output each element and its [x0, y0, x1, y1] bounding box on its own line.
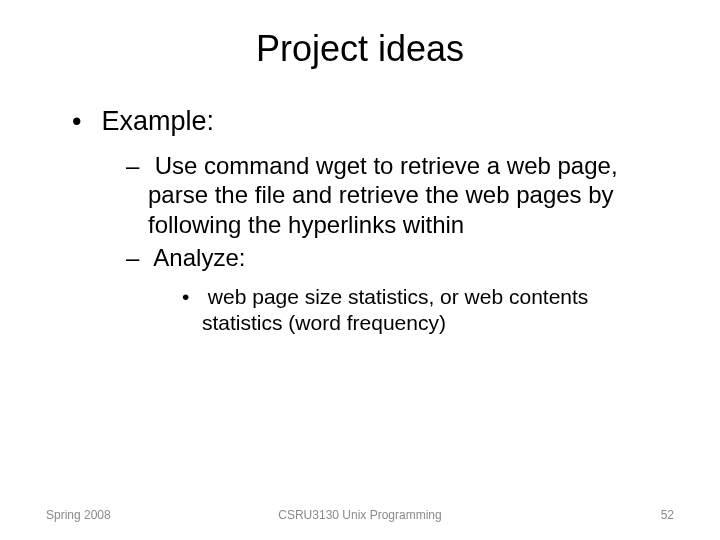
- footer-page-number: 52: [465, 508, 674, 522]
- bullet-l2-a-text: Use command wget to retrieve a web page,…: [148, 152, 618, 238]
- bullet-list-l2: Use command wget to retrieve a web page,…: [94, 151, 660, 335]
- bullet-list: Example: Use command wget to retrieve a …: [60, 106, 660, 335]
- bullet-list-l3: web page size statistics, or web content…: [148, 284, 660, 335]
- bullet-l3-a-text: web page size statistics, or web content…: [202, 285, 588, 334]
- bullet-l1-text: Example:: [102, 106, 215, 136]
- slide-title: Project ideas: [60, 28, 660, 70]
- bullet-l3-a: web page size statistics, or web content…: [182, 284, 660, 335]
- footer: Spring 2008 CSRU3130 Unix Programming 52: [0, 508, 720, 522]
- bullet-l2-a: Use command wget to retrieve a web page,…: [126, 151, 660, 239]
- slide: Project ideas Example: Use command wget …: [0, 0, 720, 540]
- footer-center: CSRU3130 Unix Programming: [255, 508, 464, 522]
- footer-left: Spring 2008: [46, 508, 255, 522]
- bullet-l1: Example: Use command wget to retrieve a …: [72, 106, 660, 335]
- bullet-l2-b: Analyze: web page size statistics, or we…: [126, 243, 660, 335]
- bullet-l2-b-text: Analyze:: [153, 244, 245, 271]
